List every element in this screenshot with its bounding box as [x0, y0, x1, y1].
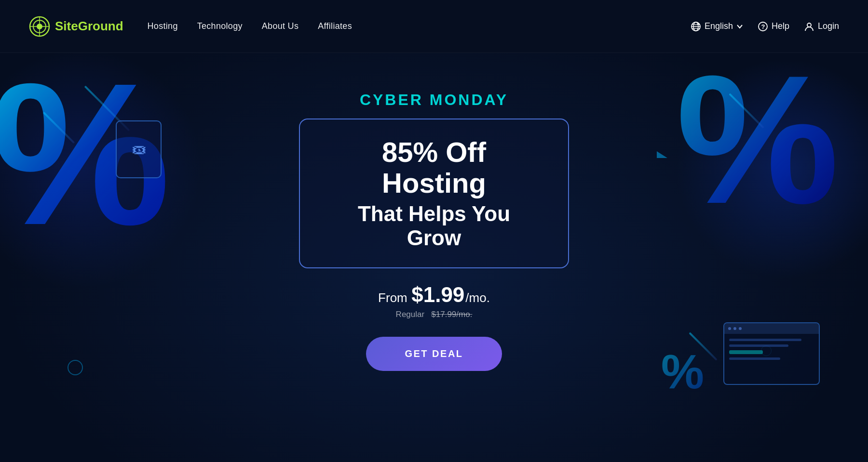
- login-icon: [804, 21, 814, 32]
- nav-link-affiliates[interactable]: Affiliates: [318, 21, 352, 31]
- price-row: From $1.99 /mo.: [378, 283, 490, 307]
- logo-text: SiteGround: [55, 19, 123, 34]
- price-period: /mo.: [465, 290, 490, 305]
- regular-price: $17.99/mo.: [431, 310, 472, 319]
- browser-dot-2: [733, 327, 736, 330]
- cta-button[interactable]: GET DEAL: [366, 337, 502, 371]
- nav-item-technology[interactable]: Technology: [197, 21, 243, 31]
- nav-link-technology[interactable]: Technology: [197, 21, 243, 31]
- browser-body: [724, 334, 819, 365]
- nav-left: SiteGround Hosting Technology About Us A…: [29, 16, 352, 37]
- nav-right: A English ? Help Login: [691, 21, 839, 32]
- svg-text:?: ?: [761, 23, 765, 30]
- diag-bar-2: [43, 112, 75, 144]
- language-icon: A: [691, 21, 701, 32]
- svg-text:A: A: [697, 22, 699, 26]
- svg-point-13: [807, 23, 811, 27]
- phone-mock-decoration: 🎟: [116, 120, 162, 178]
- price-section: From $1.99 /mo. Regular $17.99/mo.: [378, 283, 490, 319]
- help-icon: ?: [758, 21, 768, 32]
- promo-subheadline: That Helps You Grow: [334, 202, 534, 250]
- browser-mock-decoration: [723, 322, 820, 385]
- nav-item-affiliates[interactable]: Affiliates: [318, 21, 352, 31]
- price-regular-row: Regular $17.99/mo.: [396, 310, 473, 319]
- diag-bar-4: [689, 332, 717, 360]
- language-label: English: [705, 21, 733, 31]
- browser-bar: [724, 323, 819, 334]
- hero-section: % % % 🎟 CYBER MONDAY 85% Off Hosting: [0, 0, 868, 462]
- bg-decoration-left: [0, 48, 203, 289]
- price-from-label: From: [378, 290, 407, 305]
- logo-icon: [29, 16, 50, 37]
- price-amount: $1.99: [411, 283, 464, 307]
- nav-item-hosting[interactable]: Hosting: [148, 21, 178, 31]
- help-label: Help: [772, 21, 789, 31]
- nav-link-hosting[interactable]: Hosting: [148, 21, 178, 31]
- browser-line-1: [729, 339, 801, 341]
- browser-dot-1: [728, 327, 731, 330]
- ticket-icon: 🎟: [132, 141, 146, 158]
- bg-decoration-right: [675, 58, 868, 279]
- sale-label: CYBER MONDAY: [360, 91, 508, 109]
- login-link[interactable]: Login: [804, 21, 839, 32]
- nav-menu: Hosting Technology About Us Affiliates: [148, 21, 352, 31]
- nav-item-about[interactable]: About Us: [262, 21, 298, 31]
- triangle-decoration: [657, 151, 667, 158]
- chevron-down-icon: [736, 23, 743, 30]
- regular-label: Regular: [396, 310, 425, 319]
- navbar: SiteGround Hosting Technology About Us A…: [0, 0, 868, 53]
- nav-link-about[interactable]: About Us: [262, 21, 298, 31]
- language-selector[interactable]: A English: [691, 21, 743, 32]
- login-label: Login: [818, 21, 839, 31]
- hero-content: CYBER MONDAY 85% Off Hosting That Helps …: [299, 91, 569, 371]
- logo[interactable]: SiteGround: [29, 16, 123, 37]
- browser-line-accent: [729, 350, 763, 354]
- help-link[interactable]: ? Help: [758, 21, 789, 32]
- percent-decoration-small: %: [661, 344, 704, 399]
- browser-dot-3: [739, 327, 742, 330]
- promo-headline: 85% Off Hosting: [334, 137, 534, 198]
- circle-decoration-left: [68, 360, 83, 375]
- browser-line-2: [729, 344, 788, 347]
- promo-box: 85% Off Hosting That Helps You Grow: [299, 119, 569, 269]
- logo-text-rest: Ground: [78, 19, 123, 33]
- diag-bar-3: [729, 93, 764, 129]
- browser-line-3: [729, 357, 780, 360]
- percent-decoration-right: %: [676, 48, 839, 231]
